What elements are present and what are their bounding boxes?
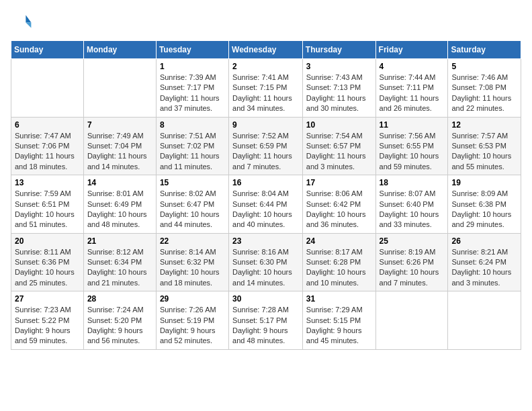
day-number: 12 — [451, 120, 517, 130]
calendar-cell: 11Sunrise: 7:56 AMSunset: 6:55 PMDayligh… — [375, 117, 448, 175]
week-row-1: 1Sunrise: 7:39 AMSunset: 7:17 PMDaylight… — [11, 59, 521, 118]
calendar-cell: 1Sunrise: 7:39 AMSunset: 7:17 PMDaylight… — [156, 59, 228, 118]
calendar-cell: 22Sunrise: 8:14 AMSunset: 6:32 PMDayligh… — [156, 233, 228, 291]
calendar-cell: 7Sunrise: 7:49 AMSunset: 7:04 PMDaylight… — [83, 117, 156, 175]
day-number: 26 — [451, 236, 517, 246]
day-info: Sunrise: 7:28 AMSunset: 5:17 PMDaylight:… — [232, 305, 299, 347]
calendar-cell: 8Sunrise: 7:51 AMSunset: 7:02 PMDaylight… — [156, 117, 228, 175]
day-info: Sunrise: 7:54 AMSunset: 6:57 PMDaylight:… — [306, 131, 372, 173]
calendar-cell: 16Sunrise: 8:04 AMSunset: 6:44 PMDayligh… — [229, 175, 303, 234]
day-info: Sunrise: 8:07 AMSunset: 6:40 PMDaylight:… — [380, 189, 445, 230]
svg-marker-0 — [26, 15, 31, 22]
day-info: Sunrise: 8:09 AMSunset: 6:38 PMDaylight:… — [451, 189, 517, 230]
day-info: Sunrise: 7:56 AMSunset: 6:55 PMDaylight:… — [380, 131, 445, 173]
weekday-header-friday: Friday — [375, 41, 448, 59]
day-info: Sunrise: 8:17 AMSunset: 6:28 PMDaylight:… — [306, 247, 372, 289]
calendar-cell: 9Sunrise: 7:52 AMSunset: 6:59 PMDaylight… — [229, 117, 303, 175]
day-info: Sunrise: 7:46 AMSunset: 7:08 PMDaylight:… — [451, 73, 517, 114]
day-number: 18 — [380, 178, 445, 187]
day-number: 25 — [380, 236, 445, 246]
calendar-cell: 31Sunrise: 7:29 AMSunset: 5:15 PMDayligh… — [302, 291, 375, 350]
day-info: Sunrise: 8:01 AMSunset: 6:49 PMDaylight:… — [87, 189, 152, 230]
day-info: Sunrise: 7:52 AMSunset: 6:59 PMDaylight:… — [232, 131, 299, 173]
day-number: 2 — [232, 62, 299, 71]
week-row-3: 13Sunrise: 7:59 AMSunset: 6:51 PMDayligh… — [11, 175, 521, 234]
day-number: 13 — [15, 178, 80, 187]
week-row-5: 27Sunrise: 7:23 AMSunset: 5:22 PMDayligh… — [11, 291, 521, 350]
day-number: 3 — [306, 62, 372, 71]
calendar-cell: 20Sunrise: 8:11 AMSunset: 6:36 PMDayligh… — [11, 233, 84, 291]
calendar-cell: 15Sunrise: 8:02 AMSunset: 6:47 PMDayligh… — [156, 175, 228, 234]
day-number: 16 — [232, 178, 299, 187]
day-info: Sunrise: 7:23 AMSunset: 5:22 PMDaylight:… — [15, 305, 80, 347]
day-info: Sunrise: 7:59 AMSunset: 6:51 PMDaylight:… — [15, 189, 80, 230]
calendar-cell: 30Sunrise: 7:28 AMSunset: 5:17 PMDayligh… — [229, 291, 303, 350]
calendar-cell — [448, 291, 521, 350]
week-row-4: 20Sunrise: 8:11 AMSunset: 6:36 PMDayligh… — [11, 233, 521, 291]
day-info: Sunrise: 7:57 AMSunset: 6:53 PMDaylight:… — [451, 131, 517, 173]
day-info: Sunrise: 8:02 AMSunset: 6:47 PMDaylight:… — [160, 189, 225, 230]
day-info: Sunrise: 8:19 AMSunset: 6:26 PMDaylight:… — [380, 247, 445, 289]
day-info: Sunrise: 7:43 AMSunset: 7:13 PMDaylight:… — [306, 73, 372, 114]
day-info: Sunrise: 7:29 AMSunset: 5:15 PMDaylight:… — [306, 305, 372, 347]
day-number: 17 — [306, 178, 372, 187]
calendar-cell: 2Sunrise: 7:41 AMSunset: 7:15 PMDaylight… — [229, 59, 303, 118]
day-number: 19 — [451, 178, 517, 187]
day-info: Sunrise: 7:47 AMSunset: 7:06 PMDaylight:… — [15, 131, 80, 173]
day-info: Sunrise: 7:24 AMSunset: 5:20 PMDaylight:… — [87, 305, 152, 347]
day-number: 15 — [160, 178, 225, 187]
day-number: 21 — [87, 236, 152, 246]
calendar-cell: 6Sunrise: 7:47 AMSunset: 7:06 PMDaylight… — [11, 117, 84, 175]
day-info: Sunrise: 8:11 AMSunset: 6:36 PMDaylight:… — [15, 247, 80, 289]
week-row-2: 6Sunrise: 7:47 AMSunset: 7:06 PMDaylight… — [11, 117, 521, 175]
weekday-header-wednesday: Wednesday — [229, 41, 303, 59]
calendar-cell — [11, 59, 84, 118]
calendar-cell: 25Sunrise: 8:19 AMSunset: 6:26 PMDayligh… — [375, 233, 448, 291]
day-number: 22 — [160, 236, 225, 246]
calendar-cell: 5Sunrise: 7:46 AMSunset: 7:08 PMDaylight… — [448, 59, 521, 118]
day-info: Sunrise: 8:16 AMSunset: 6:30 PMDaylight:… — [232, 247, 299, 289]
day-number: 5 — [451, 62, 517, 71]
day-info: Sunrise: 8:21 AMSunset: 6:24 PMDaylight:… — [451, 247, 517, 289]
weekday-header-tuesday: Tuesday — [156, 41, 228, 59]
day-number: 14 — [87, 178, 152, 187]
calendar-cell — [83, 59, 156, 118]
calendar-cell: 10Sunrise: 7:54 AMSunset: 6:57 PMDayligh… — [302, 117, 375, 175]
calendar-cell: 26Sunrise: 8:21 AMSunset: 6:24 PMDayligh… — [448, 233, 521, 291]
calendar-cell: 12Sunrise: 7:57 AMSunset: 6:53 PMDayligh… — [448, 117, 521, 175]
weekday-header-monday: Monday — [83, 41, 156, 59]
calendar-cell: 27Sunrise: 7:23 AMSunset: 5:22 PMDayligh… — [11, 291, 84, 350]
calendar-cell: 13Sunrise: 7:59 AMSunset: 6:51 PMDayligh… — [11, 175, 84, 234]
logo-icon — [11, 11, 32, 32]
calendar-cell: 23Sunrise: 8:16 AMSunset: 6:30 PMDayligh… — [229, 233, 303, 291]
day-number: 29 — [160, 294, 225, 304]
calendar-cell: 21Sunrise: 8:12 AMSunset: 6:34 PMDayligh… — [83, 233, 156, 291]
weekday-header-sunday: Sunday — [11, 41, 84, 59]
day-info: Sunrise: 8:04 AMSunset: 6:44 PMDaylight:… — [232, 189, 299, 230]
day-number: 27 — [15, 294, 80, 304]
calendar-cell: 14Sunrise: 8:01 AMSunset: 6:49 PMDayligh… — [83, 175, 156, 234]
logo — [11, 11, 35, 32]
day-number: 10 — [306, 120, 372, 130]
day-info: Sunrise: 8:14 AMSunset: 6:32 PMDaylight:… — [160, 247, 225, 289]
day-info: Sunrise: 7:49 AMSunset: 7:04 PMDaylight:… — [87, 131, 152, 173]
calendar-cell: 17Sunrise: 8:06 AMSunset: 6:42 PMDayligh… — [302, 175, 375, 234]
day-number: 4 — [380, 62, 445, 71]
day-info: Sunrise: 7:26 AMSunset: 5:19 PMDaylight:… — [160, 305, 225, 347]
day-number: 9 — [232, 120, 299, 130]
day-number: 7 — [87, 120, 152, 130]
weekday-header-saturday: Saturday — [448, 41, 521, 59]
calendar-table: SundayMondayTuesdayWednesdayThursdayFrid… — [11, 40, 521, 350]
day-number: 31 — [306, 294, 372, 304]
day-number: 30 — [232, 294, 299, 304]
day-number: 6 — [15, 120, 80, 130]
calendar-cell — [375, 291, 448, 350]
calendar-cell: 29Sunrise: 7:26 AMSunset: 5:19 PMDayligh… — [156, 291, 228, 350]
calendar-cell: 18Sunrise: 8:07 AMSunset: 6:40 PMDayligh… — [375, 175, 448, 234]
svg-marker-1 — [26, 23, 31, 28]
day-number: 1 — [160, 62, 225, 71]
day-number: 8 — [160, 120, 225, 130]
weekday-header-thursday: Thursday — [302, 41, 375, 59]
day-number: 24 — [306, 236, 372, 246]
calendar-cell: 24Sunrise: 8:17 AMSunset: 6:28 PMDayligh… — [302, 233, 375, 291]
